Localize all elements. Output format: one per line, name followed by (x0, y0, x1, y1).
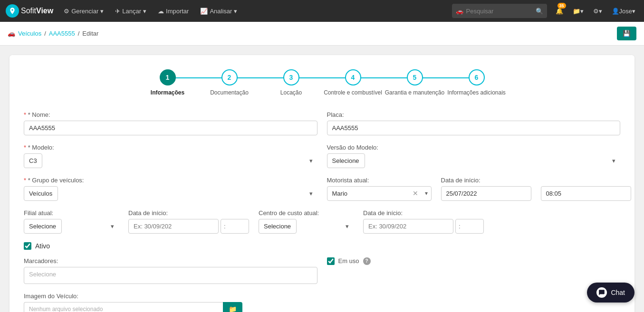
placa-input[interactable] (327, 121, 621, 135)
form-group-em-uso: Em uso ? (327, 257, 621, 265)
hora-input[interactable] (541, 186, 631, 201)
search-input[interactable] (466, 8, 533, 15)
hora2-input[interactable] (221, 219, 249, 234)
step-line-4 (353, 77, 415, 78)
breadcrumb-veiculos[interactable]: Veículos (18, 30, 41, 37)
grupo-select[interactable]: Veículos (24, 186, 58, 201)
grupo-select-wrapper: Veículos (24, 186, 317, 201)
settings-button[interactable]: ⚙ ▾ (590, 0, 605, 22)
nav-gerenciar[interactable]: ⚙ Gerenciar ▾ (59, 0, 108, 22)
breadcrumb-current: Editar (82, 30, 98, 37)
step-5[interactable]: 5 Garantia e manutenção (384, 69, 446, 97)
step-label-3: Locação (280, 89, 302, 97)
settings-icon: ⚙ (593, 8, 599, 15)
step-label-5: Garantia e manutenção (385, 89, 444, 97)
breadcrumb: 🚗 Veículos / AAA5555 / Editar (8, 30, 98, 37)
chat-icon (596, 287, 607, 298)
step-label-2: Documentação (210, 89, 249, 97)
motorista-select-wrapper: ✕ ▾ (327, 186, 432, 201)
import-icon: ☁ (158, 8, 164, 15)
step-line-2 (230, 77, 291, 78)
data-inicio-input[interactable] (441, 186, 531, 201)
nav-lancar[interactable]: ✈ Lançar ▾ (110, 0, 151, 22)
form-row-marcadores: Marcadores: Selecione Em uso ? (24, 257, 620, 284)
modelo-select-wrapper: C3 (24, 153, 317, 168)
filial-label: Filial atual: (24, 209, 119, 217)
centro-select-wrapper: Selecione (259, 219, 354, 234)
imagem-label: Imagem do Veículo: (24, 293, 242, 300)
chevron-down-icon: ▾ (580, 8, 584, 15)
data2-input[interactable] (128, 219, 219, 234)
form-group-placa: Placa: (327, 111, 621, 135)
form-group-modelo: * * Modelo: C3 (24, 144, 317, 168)
chevron-down-icon: ▾ (100, 8, 104, 15)
em-uso-checkbox[interactable] (327, 257, 335, 265)
versao-select-wrapper: Selecione (327, 153, 621, 168)
placa-label: Placa: (327, 111, 621, 118)
form-group-data2: Data de início: (128, 209, 249, 234)
chevron-down-icon: ▾ (234, 8, 237, 15)
ativo-checkbox[interactable] (24, 242, 31, 250)
versao-select[interactable]: Selecione (327, 153, 365, 168)
step-3[interactable]: 3 Locação (260, 69, 322, 97)
data3-input-group (363, 219, 484, 234)
step-label-4: Controle e combustível (324, 89, 382, 97)
step-6[interactable]: 6 Informações adicionais (446, 69, 508, 97)
documents-button[interactable]: 📁 ▾ (570, 0, 586, 22)
upload-icon: 📁 (229, 305, 237, 312)
chat-button[interactable]: Chat (587, 283, 634, 303)
data-inicio2-label: Data de início: (128, 209, 249, 217)
form-group-nome: * * Nome: (24, 111, 317, 135)
data-inicio-label: Data de início: (441, 177, 531, 184)
form-card: 1 Informações 2 Documentação 3 Locação 4… (10, 55, 634, 312)
search-icon[interactable]: 🔍 (536, 8, 543, 15)
centro-select[interactable]: Selecione (259, 219, 297, 234)
nav-importar[interactable]: ☁ Importar (153, 0, 193, 22)
notifications-button[interactable]: 🔔 35 (553, 0, 566, 22)
form-row-modelo: * * Modelo: C3 Versão do Modelo: Selecio… (24, 144, 620, 168)
form-group-motorista: Motorista atual: ✕ ▾ (327, 177, 432, 201)
gear-icon: ⚙ (64, 8, 69, 15)
breadcrumb-sep1: / (44, 30, 46, 37)
motorista-label: Motorista atual: (327, 177, 432, 184)
breadcrumb-plate[interactable]: AAA5555 (49, 30, 75, 37)
data3-input[interactable] (363, 219, 453, 234)
em-uso-help-icon: ? (363, 257, 371, 265)
data-inicio3-label: Data de início: (363, 209, 484, 217)
step-circle-3: 3 (283, 69, 299, 85)
form-group-grupo: * * Grupo de veículos: Veículos (24, 177, 317, 201)
step-2[interactable]: 2 Documentação (199, 69, 260, 97)
stepper: 1 Informações 2 Documentação 3 Locação 4… (24, 69, 620, 97)
modelo-select[interactable]: C3 (24, 153, 42, 168)
step-line-5 (415, 77, 477, 78)
search-bar[interactable]: 🚗 🔍 (452, 4, 547, 18)
hora-label (541, 177, 631, 184)
step-1[interactable]: 1 Informações (137, 69, 199, 97)
nav-analisar[interactable]: 📈 Analisar ▾ (195, 0, 242, 22)
user-icon: 👤 (612, 8, 619, 15)
versao-label: Versão do Modelo: (327, 144, 621, 151)
image-upload-button[interactable]: 📁 (223, 302, 242, 312)
form-group-versao: Versão do Modelo: Selecione (327, 144, 621, 168)
user-menu[interactable]: 👤 Jose ▾ (609, 0, 638, 22)
step-label-6: Informações adicionais (447, 89, 506, 97)
ativo-label[interactable]: Ativo (35, 242, 50, 250)
motorista-clear-icon[interactable]: ✕ (413, 189, 418, 197)
chevron-down-icon: ▾ (632, 8, 635, 15)
marcadores-field[interactable]: Selecione (24, 267, 317, 284)
filial-select[interactable]: Selecione (24, 219, 62, 234)
hora3-input[interactable] (455, 219, 484, 234)
breadcrumb-bar: 🚗 Veículos / AAA5555 / Editar 💾 (0, 22, 644, 46)
step-circle-6: 6 (469, 69, 485, 85)
marcadores-label: Marcadores: (24, 257, 317, 265)
form-group-data-inicio: Data de início: (441, 177, 531, 201)
step-circle-1: 1 (160, 69, 176, 85)
em-uso-label[interactable]: Em uso (338, 257, 359, 265)
grupo-label: * * Grupo de veículos: (24, 177, 317, 184)
form-group-data3: Data de início: (363, 209, 484, 234)
step-4[interactable]: 4 Controle e combustível (322, 69, 384, 97)
chevron-down-icon: ▾ (143, 8, 146, 15)
nome-input[interactable] (24, 121, 317, 135)
launch-icon: ✈ (115, 8, 120, 15)
save-button[interactable]: 💾 (617, 27, 636, 40)
